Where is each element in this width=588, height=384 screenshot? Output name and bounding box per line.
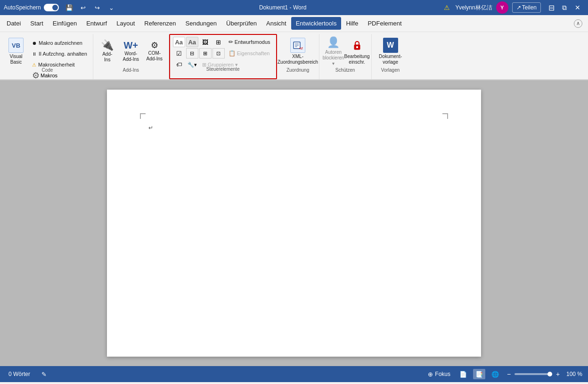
com-add-ins-button[interactable]: ⚙ COM-Add-Ins (143, 36, 166, 67)
dokument-vorlage-button[interactable]: W Dokument-vorlage (379, 36, 402, 67)
makro-aufzeichnen-label: Makro aufzeichnen (39, 40, 82, 46)
share-button[interactable]: ↗ Teilen (512, 2, 541, 13)
legacy-button[interactable]: 🔧▾ (186, 59, 198, 70)
word-add-ins-button[interactable]: W+ Word-Add-Ins (120, 36, 142, 67)
ribbon-group-zuordnung: </> XML-Zuordnungsbereich Zuordnung (277, 34, 319, 79)
entwurfsmodus-icon: ✏ (229, 39, 233, 45)
add-ins-button[interactable]: 🔌 Add-Ins (96, 36, 119, 67)
makrosicherheit-button[interactable]: ⚠ Makrosicherheit (29, 59, 90, 70)
pause-icon: ⏸ (32, 51, 37, 57)
menu-entwicklertools[interactable]: Entwicklertools (291, 17, 342, 30)
track-changes-icon: ✎ (41, 371, 47, 378)
status-bar-left: 0 Wörter ✎ (6, 370, 49, 379)
menu-hilfe[interactable]: Hilfe (341, 17, 363, 30)
track-changes-button[interactable]: ✎ (39, 370, 49, 379)
add-ins-label: Add-Ins (102, 51, 112, 63)
svg-rect-6 (356, 46, 358, 48)
zoom-out-button[interactable]: − (505, 370, 513, 378)
code-group-content: VB VisualBasic ⏺ Makro aufzeichnen ⏸ II … (5, 34, 90, 81)
menu-ueberprufen[interactable]: Überprüfen (221, 17, 261, 30)
table-control3-button[interactable]: ⊡ (212, 48, 225, 58)
close-button[interactable]: ✕ (571, 2, 584, 13)
bearbeitung-einschr-icon (350, 38, 365, 53)
corner-mark-tr (442, 113, 448, 119)
menu-referenzen[interactable]: Referenzen (139, 17, 180, 30)
restore-button[interactable]: ⧉ (558, 2, 571, 13)
view-web-button[interactable]: 🌐 (489, 369, 501, 379)
aa-rich-button[interactable]: Aa (186, 37, 198, 47)
visual-basic-button[interactable]: VB VisualBasic (6, 36, 26, 67)
save-button[interactable]: 💾 (63, 2, 76, 13)
autoren-blockieren-label: Autorenblockieren ▾ (323, 50, 344, 67)
menu-sendungen[interactable]: Sendungen (181, 17, 222, 30)
xml-zuordnung-button[interactable]: </> XML-Zuordnungsbereich (281, 36, 315, 67)
record-icon: ⏺ (32, 41, 37, 46)
zoom-slider[interactable] (514, 373, 552, 375)
menu-ansicht[interactable]: Ansicht (261, 17, 291, 30)
aufzeichnung-anhalten-button[interactable]: ⏸ II Aufzchng. anhalten (29, 49, 90, 59)
focus-icon: ⊕ (428, 371, 433, 378)
zoom-area: − + 100 % (505, 370, 582, 378)
aufzeichnung-anhalten-label: II Aufzchng. anhalten (39, 51, 87, 57)
menu-pdfelement[interactable]: PDFelement (363, 17, 406, 30)
menu-layout[interactable]: Layout (112, 17, 139, 30)
visual-basic-icon: VB (8, 38, 24, 53)
entwurfsmodus-button[interactable]: ✏ Entwurfsmodus (226, 38, 273, 46)
checkbox-control-button[interactable]: ☑ (173, 48, 185, 58)
status-bar: 0 Wörter ✎ ⊕ Fokus 📄 📑 🌐 − + 100 % (0, 366, 588, 382)
image-control-button[interactable]: 🖼 (199, 37, 212, 47)
makros-button[interactable]: ⚙ Makros (29, 70, 90, 81)
dokument-vorlage-label: Dokument-vorlage (379, 54, 402, 65)
title-bar: AutoSpeichern 💾 ↩ ↪ ⌄ Dokument1 - Word ⚠… (0, 0, 588, 15)
corner-mark-tl (140, 113, 146, 119)
document-area: ↵ (0, 80, 588, 366)
table-control1-button[interactable]: ⊟ (186, 48, 198, 58)
word-count-button[interactable]: 0 Wörter (6, 370, 33, 378)
menu-datei[interactable]: Datei (2, 17, 25, 30)
dokument-vorlage-icon: W (383, 38, 398, 53)
word-add-ins-label: Word-Add-Ins (123, 51, 139, 62)
avatar[interactable]: Y (496, 1, 508, 14)
xml-tag-button[interactable]: 🏷 (173, 59, 185, 70)
ribbon-content: VB VisualBasic ⏺ Makro aufzeichnen ⏸ II … (0, 32, 588, 80)
minimize-button[interactable]: ⊟ (545, 2, 558, 13)
com-add-ins-icon: ⚙ (151, 41, 158, 50)
ribbon-group-vorlagen: W Dokument-vorlage Vorlagen (372, 34, 409, 79)
ribbon-group-addins: 🔌 Add-Ins W+ Word-Add-Ins ⚙ COM-Add-Ins … (93, 34, 169, 79)
menu-start[interactable]: Start (25, 17, 48, 30)
eigenschaften-label: Eigenschaften (237, 50, 270, 56)
view-print-button[interactable]: 📑 (473, 369, 485, 379)
ribbon-group-steuerelemente: Aa Aa 🖼 ⊞ ✏ Entwurfsmodus ☑ ⊟ ⊞ ⊡ 📋 Eige… (169, 34, 277, 79)
autosave-toggle[interactable] (44, 4, 59, 11)
menu-einfuegen[interactable]: Einfügen (48, 17, 82, 30)
more-commands-button[interactable]: ⌄ (105, 2, 118, 13)
warning-ribbon-icon: ⚠ (32, 62, 36, 67)
ribbon-group-code: VB VisualBasic ⏺ Makro aufzeichnen ⏸ II … (2, 34, 93, 79)
autosave-area: AutoSpeichern (4, 4, 59, 11)
ribbon-group-schutzen: 👤 Autorenblockieren ▾ Bearbeitungeinschr… (319, 34, 372, 79)
zoom-in-button[interactable]: + (554, 370, 562, 378)
grid-control-button[interactable]: ⊞ (212, 37, 225, 47)
undo-button[interactable]: ↩ (77, 2, 90, 13)
collapse-ribbon-button[interactable]: ∧ (574, 19, 582, 28)
table-control2-button[interactable]: ⊞ (199, 48, 212, 58)
makrosicherheit-label: Makrosicherheit (38, 62, 75, 67)
gruppieren-icon: ⊞ (202, 62, 206, 68)
menu-bar: Datei Start Einfügen Entwurf Layout Refe… (0, 15, 588, 32)
aa-text-button[interactable]: Aa (173, 37, 185, 47)
vorlagen-group-label: Vorlagen (381, 67, 400, 73)
document-page[interactable]: ↵ (107, 90, 481, 357)
focus-button[interactable]: ⊕ Fokus (425, 370, 453, 379)
steuerelemente-group-label: Steuerelemente (206, 67, 240, 72)
menu-entwurf[interactable]: Entwurf (82, 17, 112, 30)
autoren-blockieren-button[interactable]: 👤 Autorenblockieren ▾ (322, 36, 345, 67)
bearbeitung-einschr-button[interactable]: Bearbeitungeinschr. (346, 36, 368, 67)
makro-aufzeichnen-button[interactable]: ⏺ Makro aufzeichnen (29, 38, 90, 48)
window-controls: ⊟ ⧉ ✕ (545, 2, 584, 13)
svg-text:</>: </> (299, 46, 303, 50)
makros-icon: ⚙ (32, 70, 40, 81)
redo-button[interactable]: ↪ (91, 2, 104, 13)
window-title: Dokument1 - Word (122, 4, 444, 11)
view-read-button[interactable]: 📄 (457, 369, 469, 379)
eigenschaften-icon: 📋 (229, 50, 236, 57)
